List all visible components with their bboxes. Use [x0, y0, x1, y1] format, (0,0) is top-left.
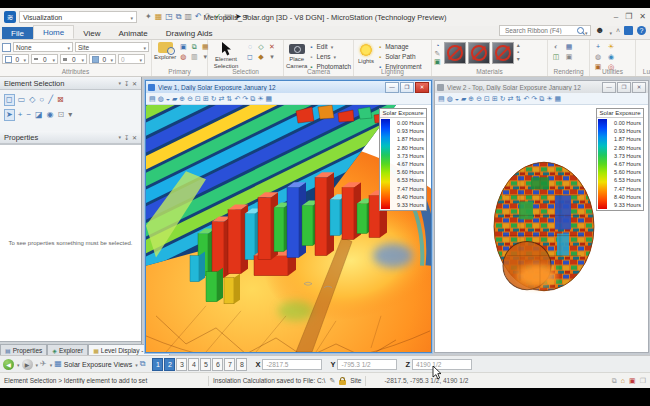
circle-mode-icon[interactable]: ○ — [38, 95, 45, 105]
copy-view-icon[interactable]: ⧉ — [250, 95, 255, 102]
view-toggle-3[interactable]: 3 — [176, 358, 187, 371]
camera-edit-button[interactable]: Edit — [310, 42, 333, 51]
workflow-selector[interactable]: Visualization — [19, 11, 137, 23]
close-icon[interactable] — [132, 134, 137, 141]
line-style-select[interactable]: 0 — [31, 54, 58, 64]
view-close-icon[interactable]: ✕ — [415, 82, 429, 93]
clear-emphasis-icon[interactable]: ▰ — [172, 95, 177, 102]
primary-more-icon[interactable]: ▾ — [204, 53, 208, 60]
tab-drawing-aids[interactable]: Drawing Aids — [157, 27, 222, 39]
search-input[interactable] — [503, 26, 577, 35]
y-coordinate-field[interactable]: -795.3 1/2 — [337, 359, 397, 370]
lights-button[interactable]: Lights — [356, 42, 376, 71]
material-thumbnail[interactable] — [444, 42, 466, 64]
fit-view-icon[interactable]: ⊞ — [492, 95, 498, 102]
view-group-icon[interactable]: ▦ — [54, 360, 62, 368]
fence-status-icon[interactable]: ⧉ — [612, 377, 617, 384]
clear-selection-icon[interactable]: ⊠ — [56, 95, 65, 105]
manipulate-fence-icon[interactable]: ◆ — [258, 53, 263, 60]
adjust-view-icon[interactable]: ◒ — [455, 95, 459, 102]
panel-menu-icon[interactable] — [117, 80, 121, 87]
place-camera-button[interactable]: Place Camera — [286, 42, 307, 71]
zoom-in-icon[interactable]: ⊕ — [468, 95, 474, 102]
view-close-icon[interactable]: ✕ — [632, 82, 646, 93]
walk-icon[interactable]: ⇅ — [227, 95, 233, 102]
fence-icon[interactable]: ◌ — [248, 43, 252, 50]
restore-window-icon[interactable]: ❐ — [625, 13, 632, 21]
active-color-select[interactable]: 0 — [2, 54, 29, 64]
material-editor-icon[interactable]: ✎ — [434, 50, 440, 57]
tab-file[interactable]: File — [2, 27, 33, 39]
material-thumbnail[interactable] — [468, 42, 490, 64]
view-toggle-5[interactable]: 5 — [200, 358, 211, 371]
zoom-out-icon[interactable]: ⊖ — [187, 95, 193, 102]
home-icon[interactable]: ⌂ — [621, 377, 625, 384]
transparency-select[interactable]: 0 — [89, 54, 116, 64]
view-toggle-8[interactable]: 8 — [236, 358, 247, 371]
ribbon-search[interactable] — [499, 25, 591, 36]
panel-menu-icon[interactable] — [117, 134, 121, 141]
view1-titlebar[interactable]: View 1, Daily Solar Exposure January 12 … — [146, 81, 431, 93]
fly-mode-icon[interactable]: ✈ — [40, 360, 47, 368]
display-style-icon[interactable]: ◍ — [447, 95, 453, 102]
zoom-in-icon[interactable]: ⊕ — [179, 95, 185, 102]
render-settings-icon[interactable]: ▦ — [566, 43, 573, 50]
collapse-ribbon-icon[interactable]: ˄ — [616, 27, 620, 34]
explorer-button[interactable]: Explorer — [154, 42, 176, 61]
window-area-icon[interactable]: ⊡ — [195, 95, 201, 102]
scroll-up-icon[interactable]: ▴ — [517, 42, 520, 48]
references-icon[interactable]: ⧉ — [192, 43, 197, 50]
rotate-view-icon[interactable]: ↻ — [500, 95, 506, 102]
save-icon[interactable]: ◳ — [165, 13, 173, 21]
design-history-icon[interactable]: ▣ — [629, 377, 636, 384]
walk-icon[interactable]: ⇅ — [516, 95, 522, 102]
window-area-icon[interactable]: ⊡ — [484, 95, 490, 102]
view-previous-icon[interactable]: ↶ — [234, 95, 240, 102]
display-style-icon[interactable]: ◍ — [158, 95, 164, 102]
tab-view[interactable]: View — [74, 27, 109, 39]
view-previous-button[interactable]: ◀ — [3, 359, 14, 370]
selection-more-icon[interactable]: ▾ — [67, 110, 73, 120]
shape-mode-icon[interactable]: ◇ — [28, 95, 36, 105]
pan-view-icon[interactable]: ⇄ — [508, 95, 514, 102]
view-previous-icon[interactable]: ↶ — [523, 95, 529, 102]
clear-emphasis-icon[interactable]: ▰ — [461, 95, 466, 102]
view-toggle-7[interactable]: 7 — [224, 358, 235, 371]
fence-more-icon[interactable]: ▾ — [270, 53, 274, 60]
manage-lights-button[interactable]: Manage — [379, 42, 409, 51]
view-next-icon[interactable]: ↷ — [531, 95, 537, 102]
individual-mode-icon[interactable]: ◻ — [4, 94, 15, 106]
material-thumbnail[interactable] — [492, 42, 514, 64]
view-attributes-icon[interactable]: ▤ — [149, 95, 156, 102]
invert-selection-icon[interactable]: ◪ — [34, 110, 44, 120]
view1-content[interactable]: Solar Exposure 0.00 Hours0.93 Hours1.87 … — [146, 105, 431, 352]
close-icon[interactable] — [132, 80, 137, 87]
render-queue-icon[interactable]: ▣ — [566, 53, 573, 60]
select-none-icon[interactable]: ⊡ — [57, 110, 66, 120]
block-mode-icon[interactable]: ▭ — [17, 95, 27, 105]
adjust-view-icon[interactable]: ◒ — [166, 95, 170, 102]
active-level-select[interactable]: Site — [75, 42, 149, 52]
view-toggle-6[interactable]: 6 — [212, 358, 223, 371]
details-icon[interactable]: ▥ — [191, 53, 198, 60]
view-toggle-2[interactable]: 2 — [164, 358, 175, 371]
copy-view-icon[interactable]: ⧉ — [539, 95, 544, 102]
view-minimize-icon[interactable]: — — [385, 82, 399, 93]
solar-path-button[interactable]: Solar Path — [379, 52, 416, 61]
x-coordinate-field[interactable]: -2817.5 — [262, 359, 322, 370]
rotate-view-icon[interactable]: ↻ — [211, 95, 217, 102]
view-minimize-icon[interactable]: — — [602, 82, 616, 93]
connect-center-icon[interactable] — [624, 26, 633, 35]
tab-animate[interactable]: Animate — [109, 27, 156, 39]
view-brightness-icon[interactable]: ☀ — [546, 95, 552, 102]
view-toggle-4[interactable]: 4 — [188, 358, 199, 371]
pin-icon[interactable] — [124, 134, 129, 141]
view-brightness-icon[interactable]: ☀ — [257, 95, 263, 102]
fit-view-icon[interactable]: ⊞ — [203, 95, 209, 102]
fence-block-icon[interactable]: ◻ — [247, 53, 253, 60]
fence-shape-icon[interactable]: ◇ — [258, 43, 263, 50]
zoom-out-icon[interactable]: ⊖ — [476, 95, 482, 102]
clip-volume-icon[interactable]: ◉ — [608, 53, 614, 60]
apply-material-icon[interactable]: ◔ — [435, 42, 439, 49]
close-window-icon[interactable]: ✕ — [639, 13, 646, 21]
